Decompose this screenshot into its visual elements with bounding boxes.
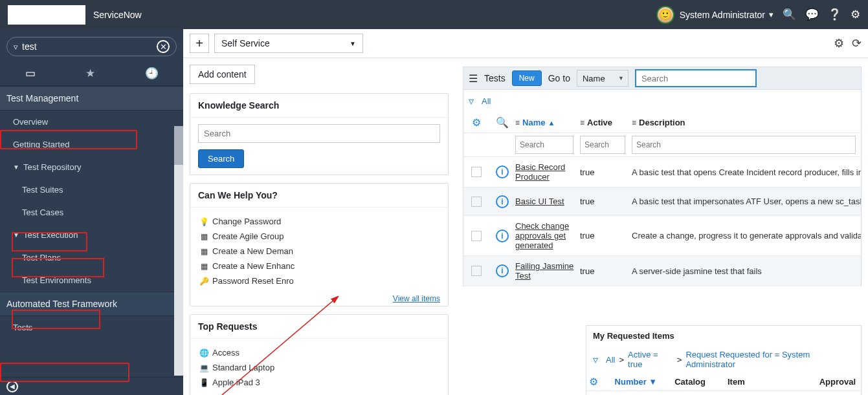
request-item[interactable]: 💻Standard Laptop xyxy=(198,360,440,375)
module-test-environments[interactable]: Test Environments xyxy=(0,269,183,292)
module-test-repository[interactable]: ▼Test Repository xyxy=(0,156,183,178)
column-header-catalog[interactable]: Catalog xyxy=(674,377,728,387)
filter-navigator[interactable]: ▿ ✕ xyxy=(6,37,177,56)
knowledge-search-input[interactable] xyxy=(198,124,440,143)
module-test-management[interactable]: Test Management xyxy=(0,86,183,111)
row-checkbox[interactable] xyxy=(471,167,482,177)
row-description: A basic test that opens Create Incident … xyxy=(632,167,861,177)
column-header-number[interactable]: Number ▼ xyxy=(615,377,675,387)
column-header-approval[interactable]: Approval xyxy=(819,377,861,387)
module-automated-test-framework[interactable]: Automated Test Framework xyxy=(0,292,183,316)
refresh-icon[interactable]: ⟳ xyxy=(852,36,862,50)
help-item[interactable]: ▦Create a New Deman xyxy=(198,244,440,259)
list-title: Tests xyxy=(484,73,506,83)
caret-down-icon: ▾ xyxy=(769,10,773,19)
new-button[interactable]: New xyxy=(512,70,542,86)
widget-title: Can We Help You? xyxy=(190,184,448,208)
app-picker-row: + Self Service ⚙ ⟳ xyxy=(183,29,868,58)
app-select[interactable]: Self Service xyxy=(214,34,363,53)
row-checkbox[interactable] xyxy=(471,197,482,207)
funnel-icon[interactable]: ▿ xyxy=(593,354,598,366)
module-test-cases[interactable]: Test Cases xyxy=(0,201,183,224)
tests-list-widget: ☰ Tests New Go to Name ▿ All ⚙ 🔍 ≡Name▲ … xyxy=(463,67,862,286)
table-row: i RITM0010037 (empty) Access Appro xyxy=(586,391,862,395)
menu-icon: ≡ xyxy=(515,118,520,127)
column-search-active[interactable] xyxy=(580,136,625,154)
main-content: + Self Service ⚙ ⟳ Add content Knowledge… xyxy=(183,29,868,395)
row-name-link[interactable]: Failing Jasmine Test xyxy=(515,261,573,281)
table-row: i Failing Jasmine Test true A server-sid… xyxy=(463,256,862,286)
request-item[interactable]: 🌐Access xyxy=(198,345,440,360)
help-item[interactable]: ▦Create a New Enhanc xyxy=(198,259,440,273)
row-checkbox[interactable] xyxy=(471,231,482,241)
filter-input[interactable] xyxy=(22,41,157,52)
module-getting-started[interactable]: Getting Started xyxy=(0,133,183,156)
breadcrumb-requested-for[interactable]: Request Requested for = System Administr… xyxy=(685,350,854,369)
help-item[interactable]: 🔑Password Reset Enro xyxy=(198,273,440,288)
help-item[interactable]: 💡Change Password xyxy=(198,214,440,229)
column-header-description[interactable]: ≡Description xyxy=(632,118,861,127)
chat-icon[interactable]: 💬 xyxy=(805,8,819,21)
form-icon: ▦ xyxy=(198,232,210,241)
add-page-button[interactable]: + xyxy=(190,34,209,53)
widget-title: Top Requests xyxy=(190,315,448,339)
goto-field-select[interactable]: Name xyxy=(577,70,629,87)
nav-tab-all[interactable]: ▭ xyxy=(25,67,36,80)
user-menu[interactable]: 🙂 System Administrator ▾ xyxy=(656,6,773,24)
list-menu-icon[interactable]: ☰ xyxy=(469,72,478,85)
row-name-link[interactable]: Basic Record Producer xyxy=(515,162,565,182)
row-checkbox[interactable] xyxy=(471,266,482,276)
knowledge-search-widget: Knowledge Search Search xyxy=(190,93,449,175)
nav-tab-favorites[interactable]: ★ xyxy=(85,67,95,80)
nav-scrollbar[interactable] xyxy=(174,126,183,376)
row-name-link[interactable]: Check change approvals get generated xyxy=(515,221,569,250)
widget-title: My Requested Items xyxy=(586,325,862,346)
collapse-nav-icon[interactable]: ◀ xyxy=(6,381,18,392)
request-item[interactable]: 📱Apple iPad 3 xyxy=(198,375,440,390)
help-item[interactable]: ▦Create Agile Group xyxy=(198,229,440,244)
info-icon[interactable]: i xyxy=(496,165,509,178)
column-header-active[interactable]: ≡Active xyxy=(580,118,632,127)
help-icon[interactable]: ❔ xyxy=(828,8,841,21)
settings-icon[interactable]: ⚙ xyxy=(834,36,844,50)
knowledge-search-button[interactable]: Search xyxy=(198,149,244,168)
info-icon[interactable]: i xyxy=(496,195,509,208)
goto-search-input[interactable] xyxy=(635,69,757,87)
module-test-execution[interactable]: ▼Test Execution xyxy=(0,224,183,246)
gear-icon[interactable]: ⚙ xyxy=(851,8,860,21)
breadcrumb-all[interactable]: All xyxy=(482,96,491,106)
view-all-link[interactable]: View all items xyxy=(393,294,440,303)
row-active: true xyxy=(580,231,632,240)
breadcrumb-active[interactable]: Active = true xyxy=(628,350,673,369)
sort-asc-icon: ▲ xyxy=(548,119,555,127)
module-test-suites[interactable]: Test Suites xyxy=(0,178,183,201)
clear-icon[interactable]: ✕ xyxy=(157,40,170,53)
caret-down-icon: ▼ xyxy=(13,164,19,171)
menu-icon: ≡ xyxy=(632,118,636,127)
tablet-icon: 📱 xyxy=(198,378,210,387)
row-name-link[interactable]: Basic UI Test xyxy=(515,197,564,206)
column-search-description[interactable] xyxy=(632,136,856,154)
table-row: i Basic UI Test true A basic test that i… xyxy=(463,187,862,216)
search-icon[interactable]: 🔍 xyxy=(783,8,796,21)
info-icon[interactable]: i xyxy=(496,264,509,277)
row-active: true xyxy=(580,266,632,276)
row-description: A basic test that impersonates ATF User,… xyxy=(632,197,861,206)
nav-tab-history[interactable]: 🕘 xyxy=(145,67,159,80)
breadcrumb-all[interactable]: All xyxy=(606,355,615,365)
help-widget: Can We Help You? 💡Change Password ▦Creat… xyxy=(190,183,449,306)
module-overview[interactable]: Overview xyxy=(0,111,183,133)
info-icon[interactable]: i xyxy=(496,230,509,242)
module-test-plans[interactable]: Test Plans xyxy=(0,246,183,269)
top-requests-widget: Top Requests 🌐Access 💻Standard Laptop 📱A… xyxy=(190,314,449,395)
module-tests[interactable]: Tests xyxy=(0,316,183,339)
personalize-icon[interactable]: ⚙ xyxy=(586,376,601,388)
column-search-icon[interactable]: 🔍 xyxy=(489,116,515,129)
brand-text: ServiceNow xyxy=(93,10,142,20)
column-header-item[interactable]: Item xyxy=(728,377,819,387)
column-header-name[interactable]: ≡Name▲ xyxy=(515,118,580,127)
funnel-icon[interactable]: ▿ xyxy=(469,95,474,107)
personalize-icon[interactable]: ⚙ xyxy=(463,116,489,129)
add-content-button[interactable]: Add content xyxy=(190,65,255,84)
column-search-name[interactable] xyxy=(515,136,573,154)
